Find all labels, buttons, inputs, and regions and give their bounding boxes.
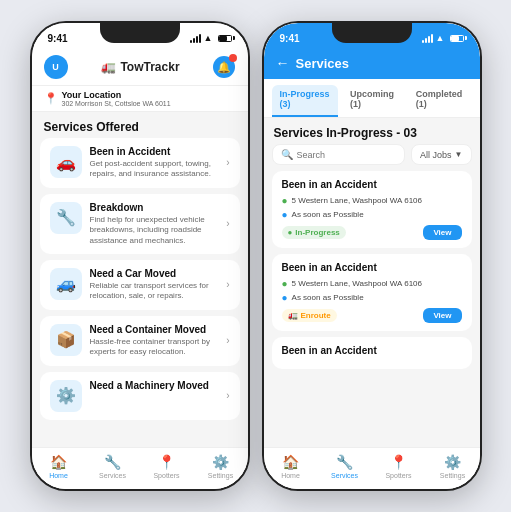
service-item-machinery[interactable]: ⚙️ Need a Machinery Moved › bbox=[40, 372, 240, 420]
services-scroll[interactable]: Services Offered 🚗 Been in Accident Get … bbox=[32, 112, 248, 447]
search-row: 🔍 All Jobs ▼ bbox=[264, 144, 480, 171]
bell-button[interactable]: 🔔 bbox=[213, 56, 235, 78]
battery-icon-right bbox=[450, 35, 464, 42]
location-dot-icon-2: ● bbox=[282, 278, 288, 289]
status-icons-left: ▲ bbox=[190, 33, 232, 43]
card-2-title: Been in an Accident bbox=[282, 262, 462, 273]
location-dot-icon-1: ● bbox=[282, 195, 288, 206]
nav-home-right[interactable]: 🏠 Home bbox=[264, 452, 318, 481]
signal-bars-right bbox=[422, 34, 433, 43]
service-card-2: Been in an Accident ● 5 Western Lane, Wa… bbox=[272, 254, 472, 331]
home-icon-left: 🏠 bbox=[50, 454, 67, 470]
battery-fill-left bbox=[219, 36, 227, 41]
service-icon-container: 📦 bbox=[50, 324, 82, 356]
filter-dropdown[interactable]: All Jobs ▼ bbox=[411, 144, 471, 165]
notch-left bbox=[100, 23, 180, 43]
view-button-2[interactable]: View bbox=[423, 308, 461, 323]
nav-settings-right[interactable]: ⚙️ Settings bbox=[426, 452, 480, 481]
search-icon: 🔍 bbox=[281, 149, 293, 160]
status-icon-1: ● bbox=[288, 228, 293, 237]
service-icon-car-moved: 🚙 bbox=[50, 268, 82, 300]
nav-home-left[interactable]: 🏠 Home bbox=[32, 452, 86, 481]
card-1-time-row: ● As soon as Possible bbox=[282, 209, 462, 220]
chevron-icon-accident: › bbox=[226, 157, 229, 168]
card-2-location-row: ● 5 Western Lane, Washpool WA 6106 bbox=[282, 278, 462, 289]
avatar-left: U bbox=[44, 55, 68, 79]
service-item-container[interactable]: 📦 Need a Container Moved Hassle-free con… bbox=[40, 316, 240, 366]
time-dot-icon-1: ● bbox=[282, 209, 288, 220]
tab-inprogress[interactable]: In-Progress (3) bbox=[272, 85, 339, 117]
service-info-car-moved: Need a Car Moved Reliable car transport … bbox=[90, 268, 219, 302]
service-info-container: Need a Container Moved Hassle-free conta… bbox=[90, 324, 219, 358]
service-card-1: Been in an Accident ● 5 Western Lane, Wa… bbox=[272, 171, 472, 248]
time-dot-icon-2: ● bbox=[282, 292, 288, 303]
chevron-icon-machinery: › bbox=[226, 390, 229, 401]
card-2-footer: 🚛 Enroute View bbox=[282, 308, 462, 323]
nav-services-right[interactable]: 🔧 Services bbox=[318, 452, 372, 481]
bottom-nav-left: 🏠 Home 🔧 Services 📍 Spotters ⚙️ Settings bbox=[32, 447, 248, 489]
services-icon-left: 🔧 bbox=[104, 454, 121, 470]
app-logo-left: 🚛 TowTrackr bbox=[101, 60, 179, 74]
nav-spotters-left[interactable]: 📍 Spotters bbox=[140, 452, 194, 481]
spotters-icon-right: 📍 bbox=[390, 454, 407, 470]
time-right: 9:41 bbox=[280, 33, 300, 44]
service-info-machinery: Need a Machinery Moved bbox=[90, 380, 219, 393]
service-info-breakdown: Breakdown Find help for unexpected vehic… bbox=[90, 202, 219, 246]
status-badge-1: ● In-Progress bbox=[282, 226, 346, 239]
status-badge-2: 🚛 Enroute bbox=[282, 309, 337, 322]
status-icons-right: ▲ bbox=[422, 33, 464, 43]
chevron-icon-car-moved: › bbox=[226, 279, 229, 290]
settings-icon-right: ⚙️ bbox=[444, 454, 461, 470]
card-3-title: Been in an Accident bbox=[282, 345, 462, 356]
battery-fill-right bbox=[451, 36, 459, 41]
services-header: ← Services bbox=[264, 49, 480, 79]
settings-icon-left: ⚙️ bbox=[212, 454, 229, 470]
in-progress-title: Services In-Progress - 03 bbox=[264, 118, 480, 144]
tow-icon: 🚛 bbox=[101, 60, 116, 74]
service-item-breakdown[interactable]: 🔧 Breakdown Find help for unexpected veh… bbox=[40, 194, 240, 254]
bottom-nav-right: 🏠 Home 🔧 Services 📍 Spotters ⚙️ Settings bbox=[264, 447, 480, 489]
tabs-container: In-Progress (3) Upcoming (1) Completed (… bbox=[264, 79, 480, 118]
search-input[interactable] bbox=[297, 150, 397, 160]
card-2-time-row: ● As soon as Possible bbox=[282, 292, 462, 303]
nav-services-left[interactable]: 🔧 Services bbox=[86, 452, 140, 481]
time-left: 9:41 bbox=[48, 33, 68, 44]
tab-completed[interactable]: Completed (1) bbox=[408, 85, 472, 117]
service-icon-breakdown: 🔧 bbox=[50, 202, 82, 234]
location-pin-icon: 📍 bbox=[44, 92, 58, 105]
phone-right: 9:41 ▲ ← Services bbox=[262, 21, 482, 491]
card-1-location-row: ● 5 Western Lane, Washpool WA 6106 bbox=[282, 195, 462, 206]
chevron-icon-breakdown: › bbox=[226, 218, 229, 229]
phones-container: 9:41 ▲ U bbox=[30, 21, 482, 491]
status-icon-2: 🚛 bbox=[288, 311, 298, 320]
services-icon-right: 🔧 bbox=[336, 454, 353, 470]
service-item-car-moved[interactable]: 🚙 Need a Car Moved Reliable car transpor… bbox=[40, 260, 240, 310]
tab-upcoming[interactable]: Upcoming (1) bbox=[342, 85, 404, 117]
back-button[interactable]: ← bbox=[276, 55, 290, 71]
service-info-accident: Been in Accident Get post-accident suppo… bbox=[90, 146, 219, 180]
card-1-title: Been in an Accident bbox=[282, 179, 462, 190]
view-button-1[interactable]: View bbox=[423, 225, 461, 240]
nav-settings-left[interactable]: ⚙️ Settings bbox=[194, 452, 248, 481]
home-icon-right: 🏠 bbox=[282, 454, 299, 470]
chevron-down-icon: ▼ bbox=[455, 150, 463, 159]
bell-badge bbox=[229, 54, 237, 62]
signal-bars-left bbox=[190, 34, 201, 43]
location-bar: 📍 Your Location 302 Morrison St, Cottslo… bbox=[32, 86, 248, 112]
service-item-accident[interactable]: 🚗 Been in Accident Get post-accident sup… bbox=[40, 138, 240, 188]
service-icon-accident: 🚗 bbox=[50, 146, 82, 178]
service-icon-machinery: ⚙️ bbox=[50, 380, 82, 412]
phone-left: 9:41 ▲ U bbox=[30, 21, 250, 491]
notch-right bbox=[332, 23, 412, 43]
spotters-icon-left: 📍 bbox=[158, 454, 175, 470]
service-card-3-partial: Been in an Accident bbox=[272, 337, 472, 369]
wifi-icon: ▲ bbox=[204, 33, 213, 43]
chevron-icon-container: › bbox=[226, 335, 229, 346]
card-1-footer: ● In-Progress View bbox=[282, 225, 462, 240]
app-header-left: U 🚛 TowTrackr 🔔 bbox=[32, 49, 248, 86]
right-scroll[interactable]: Services In-Progress - 03 🔍 All Jobs ▼ B… bbox=[264, 118, 480, 447]
battery-icon-left bbox=[218, 35, 232, 42]
section-title: Services Offered bbox=[32, 112, 248, 138]
nav-spotters-right[interactable]: 📍 Spotters bbox=[372, 452, 426, 481]
search-box[interactable]: 🔍 bbox=[272, 144, 406, 165]
